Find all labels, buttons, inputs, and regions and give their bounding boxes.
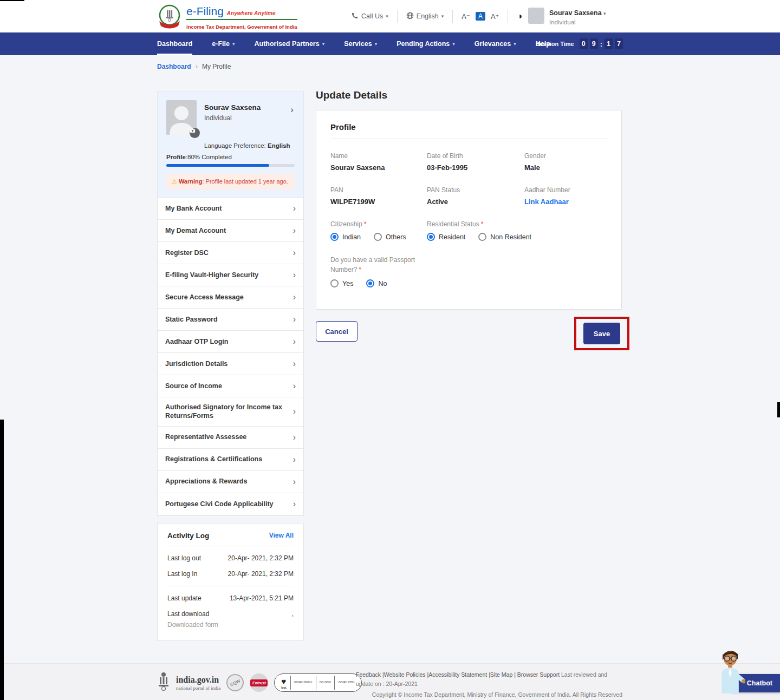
chevron-right-icon: › <box>293 315 296 324</box>
bsi-certification-badges: ♥bsi. ISO/IEC 20000-1 ISO 22301 ISO/IEC … <box>274 673 361 692</box>
sidebar-item-my-bank-account[interactable]: My Bank Account› <box>158 198 303 220</box>
divider <box>330 139 607 139</box>
phone-icon <box>351 12 359 21</box>
footer-link-browser-support[interactable]: Browser Support <box>517 671 560 678</box>
chevron-right-icon: › <box>196 62 198 70</box>
required-asterisk: * <box>481 220 484 228</box>
sidebar-item-representative-assessee[interactable]: Representative Assessee› <box>158 427 303 449</box>
sidebar-item-static-password[interactable]: Static Password› <box>158 309 303 331</box>
chevron-right-icon: › <box>293 248 296 257</box>
chevron-down-icon: ▾ <box>386 14 388 19</box>
nav-authorised-partners[interactable]: Authorised Partners▾ <box>254 32 324 55</box>
chevron-right-icon: › <box>293 407 296 416</box>
govt-emblem-icon <box>157 4 182 32</box>
chevron-right-icon: › <box>293 226 296 235</box>
required-asterisk: * <box>364 220 367 228</box>
sidebar-item-jurisdiction-details[interactable]: Jurisdiction Details› <box>158 353 303 375</box>
sidebar-item-registrations-certifications[interactable]: Registrations & Certiifications› <box>158 449 303 471</box>
language-preference: Language Preference: English <box>204 142 295 149</box>
font-normal-button[interactable]: A <box>476 12 485 21</box>
page-title: Update Details <box>316 89 622 101</box>
radio-icon <box>478 233 486 241</box>
sidebar-item-portugese-civil-code[interactable]: Portugese Civi Code Applicability› <box>158 493 303 515</box>
contrast-toggle-icon[interactable]: ◑ <box>517 11 522 21</box>
warning-icon: ⚠ <box>172 178 177 185</box>
divider <box>508 10 508 23</box>
field-pan-status: PAN Status Active <box>427 186 524 206</box>
chevron-right-icon[interactable]: › <box>290 104 294 115</box>
radio-passport-yes[interactable]: Yes <box>330 279 353 287</box>
font-decrease-button[interactable]: A⁻ <box>461 12 470 21</box>
main-nav: Dashboard e-File▾ Authorised Partners▾ S… <box>0 32 780 55</box>
artifact-strip <box>777 402 780 417</box>
globe-icon <box>406 12 414 21</box>
font-increase-button[interactable]: A⁺ <box>491 12 499 21</box>
field-name: Name Sourav Saxsena <box>330 152 427 172</box>
radio-non-resident[interactable]: Non Resident <box>478 233 531 241</box>
radio-icon <box>330 279 339 287</box>
user-type: Individual <box>549 19 606 25</box>
divider <box>452 10 453 23</box>
sidebar-item-efiling-vault[interactable]: E-filing Vault-Higher Security› <box>158 264 303 286</box>
main-content: Update Details Profile Name Sourav Saxse… <box>316 89 622 350</box>
chevron-right-icon: › <box>293 293 296 302</box>
chevron-down-icon: ▾ <box>603 11 606 16</box>
view-all-link[interactable]: View All <box>269 532 294 539</box>
citizenship-group: Citizenship* Indian Others <box>330 220 427 241</box>
radio-resident[interactable]: Resident <box>427 233 465 241</box>
radio-icon <box>427 233 435 241</box>
sidebar-item-secure-access-message[interactable]: Secure Access Message› <box>158 286 303 309</box>
radio-icon <box>374 233 382 241</box>
profile-fields: Name Sourav Saxsena Date of Birth 03-Feb… <box>330 152 607 206</box>
profile-summary-card: Sourav Saxsena Individual › Language Pre… <box>157 91 304 198</box>
radio-passport-no[interactable]: No <box>366 279 387 287</box>
breadcrumb-dashboard-link[interactable]: Dashboard <box>157 63 191 70</box>
chatbot-assistant-avatar <box>715 646 745 697</box>
artifact-strip <box>0 0 24 1</box>
logo-subtitle: Income Tax Department, Government of Ind… <box>186 24 297 30</box>
required-asterisk: * <box>359 266 361 273</box>
nav-dashboard[interactable]: Dashboard <box>157 32 192 55</box>
sidebar-item-aadhaar-otp-login[interactable]: Aadhaar OTP Login› <box>158 331 303 353</box>
save-button[interactable]: Save <box>583 323 620 344</box>
footer-text: Feedback |Website Policies |Accessibilit… <box>356 670 622 699</box>
footer-link-accessibility[interactable]: Accessibility Statement | <box>428 671 490 678</box>
status-radios: Citizenship* Indian Others Residential S… <box>330 220 607 241</box>
breadcrumb: Dashboard › My Profile <box>157 62 231 70</box>
session-timer: Session Time 0 9 : 1 7 <box>536 32 623 55</box>
profile-progress-fill <box>166 164 269 167</box>
call-us-menu[interactable]: Call Us ▾ <box>351 12 388 21</box>
footer-link-website-policies[interactable]: Website Policies | <box>384 671 428 678</box>
bsi-heart-icon: ♥ <box>281 677 287 686</box>
activity-log-title: Activity Log <box>167 532 209 540</box>
radio-citizenship-others[interactable]: Others <box>374 233 406 241</box>
sidebar-item-appreciations-rewards[interactable]: Appreciations & Rewards› <box>158 471 303 493</box>
nav-grievances[interactable]: Grievances▾ <box>474 32 516 55</box>
chevron-right-icon: › <box>293 359 296 368</box>
india-gov-link[interactable]: india.gov.in national portal of india <box>176 675 220 691</box>
profile-progress-bar <box>166 164 295 167</box>
chevron-right-icon: › <box>293 433 296 442</box>
profile-warning: ⚠Warning: Profile last updated 1 year ag… <box>166 174 295 189</box>
radio-citizenship-indian[interactable]: Indian <box>330 233 361 241</box>
language-menu[interactable]: English ▾ <box>406 12 444 21</box>
card-title: Profile <box>330 122 607 132</box>
footer-link-site-map[interactable]: Site Map | <box>490 671 517 678</box>
nav-services[interactable]: Services▾ <box>344 32 377 55</box>
cancel-button[interactable]: Cancel <box>316 321 358 342</box>
chevron-right-icon: › <box>293 382 296 390</box>
sidebar-item-my-demat-account[interactable]: My Demat Account› <box>158 220 303 242</box>
residential-status-group: Residential Status* Resident Non Residen… <box>427 220 607 241</box>
footer-link-feedback[interactable]: Feedback | <box>356 671 384 678</box>
nav-pending-actions[interactable]: Pending Actions▾ <box>396 32 455 55</box>
sidebar-item-register-dsc[interactable]: Register DSC› <box>158 242 303 264</box>
nav-efile[interactable]: e-File▾ <box>212 32 235 55</box>
user-menu[interactable]: Sourav Saxsena ▾ Individual <box>528 8 606 25</box>
sidebar-item-source-of-income[interactable]: Source of Income› <box>158 375 303 397</box>
activity-log-card: Activity Log View All Last log out 20-Ap… <box>157 523 304 641</box>
camera-icon[interactable] <box>190 128 200 138</box>
sidebar-item-authorised-signatory[interactable]: Authorised Signatory for Income tax Retu… <box>158 397 303 427</box>
artifact-strip <box>0 420 4 700</box>
link-aadhaar-link[interactable]: Link Aadhaar <box>524 198 607 206</box>
activity-row-downloaded-form: Downloaded form <box>167 621 294 629</box>
